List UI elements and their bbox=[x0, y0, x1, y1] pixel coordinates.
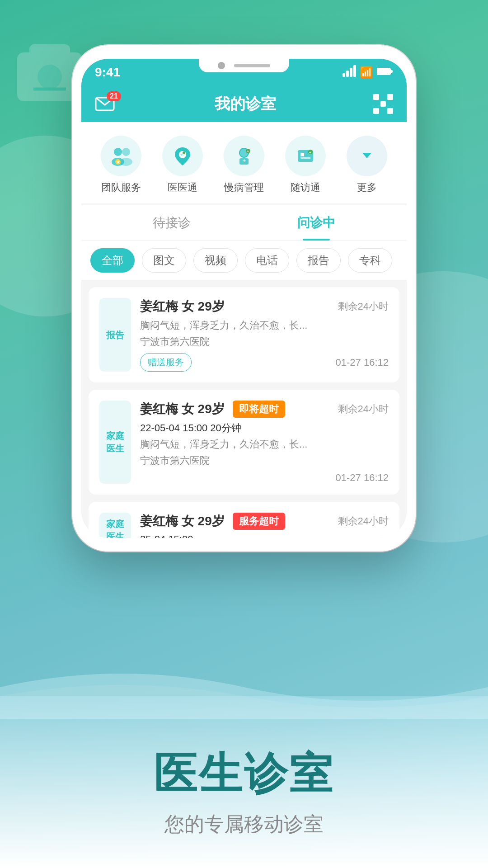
app-header: 21 我的诊室 bbox=[81, 86, 407, 122]
menu-item-chronic[interactable]: + + 慢病管理 bbox=[224, 136, 264, 194]
svg-marker-28 bbox=[362, 153, 371, 158]
patient-name-1: 姜红梅 女 29岁 bbox=[140, 298, 225, 315]
svg-text:+: + bbox=[180, 152, 183, 157]
quick-menu: ★ 团队服务 + 医医通 bbox=[81, 122, 407, 203]
filter-bar: 全部 图文 视频 电话 报告 专科 bbox=[81, 241, 407, 280]
svg-point-11 bbox=[120, 158, 132, 166]
svg-text:+: + bbox=[243, 158, 246, 164]
mail-badge: 21 bbox=[107, 91, 121, 101]
signal-icon bbox=[343, 65, 356, 80]
menu-item-med[interactable]: + 医医通 bbox=[162, 136, 203, 194]
filter-image[interactable]: 图文 bbox=[142, 248, 186, 273]
consult-card-3[interactable]: 家庭 医生 姜红梅 女 29岁 服务超时 bbox=[89, 502, 399, 538]
app-title: 医生诊室 bbox=[154, 745, 334, 804]
filter-video[interactable]: 视频 bbox=[193, 248, 238, 273]
battery-icon bbox=[377, 66, 393, 78]
svg-text:+: + bbox=[247, 149, 249, 154]
svg-rect-1 bbox=[29, 44, 70, 61]
appt-time-3: 25-04 15:00 bbox=[140, 533, 389, 538]
med-label: 医医通 bbox=[168, 181, 197, 194]
card-content-2: 姜红梅 女 29岁 即将超时 剩余24小时 22-05-04 15:00 20分… bbox=[140, 401, 389, 484]
card-time-2: 01-27 16:12 bbox=[336, 472, 389, 484]
consult-card-1[interactable]: 报告 姜红梅 女 29岁 剩余24小时 胸闷气短，浑身乏力，久治不愈，长... … bbox=[89, 287, 399, 382]
filter-report[interactable]: 报告 bbox=[296, 248, 341, 273]
card-content-3: 姜红梅 女 29岁 服务超时 剩余24小时 25-04 15:00 bbox=[140, 513, 389, 538]
time-left-2: 剩余24小时 bbox=[338, 402, 389, 416]
card-desc-2: 胸闷气短，浑身乏力，久治不愈，长... bbox=[140, 438, 389, 451]
appt-time-2: 22-05-04 15:00 20分钟 bbox=[140, 421, 389, 435]
svg-rect-6 bbox=[390, 70, 393, 73]
phone-screen: 9:41 📶 bbox=[81, 59, 407, 538]
svg-rect-24 bbox=[300, 153, 304, 156]
card-type-badge-2: 家庭 医生 bbox=[99, 401, 131, 484]
followup-label: 随访通 bbox=[291, 181, 320, 194]
chronic-icon-wrap: + + bbox=[224, 136, 264, 176]
card-type-badge-1: 报告 bbox=[99, 298, 131, 372]
card-hospital-1: 宁波市第六医院 bbox=[140, 335, 389, 349]
svg-text:+: + bbox=[309, 151, 311, 155]
chronic-label: 慢病管理 bbox=[224, 181, 264, 194]
menu-item-more[interactable]: 更多 bbox=[347, 136, 387, 194]
more-label: 更多 bbox=[357, 181, 377, 194]
svg-rect-5 bbox=[377, 69, 390, 74]
tab-waiting[interactable]: 待接诊 bbox=[139, 205, 204, 241]
phone-mockup: 9:41 📶 bbox=[72, 45, 416, 552]
filter-specialty[interactable]: 专科 bbox=[348, 248, 392, 273]
app-subtitle: 您的专属移动诊室 bbox=[164, 811, 324, 838]
svg-point-2 bbox=[38, 65, 62, 89]
phone-frame: 9:41 📶 bbox=[72, 45, 416, 552]
consult-list: 报告 姜红梅 女 29岁 剩余24小时 胸闷气短，浑身乏力，久治不愈，长... … bbox=[81, 280, 407, 538]
qr-button[interactable] bbox=[373, 94, 393, 114]
filter-all[interactable]: 全部 bbox=[90, 248, 135, 273]
svg-point-15 bbox=[183, 151, 185, 154]
team-icon-wrap: ★ bbox=[101, 136, 141, 176]
svg-point-9 bbox=[122, 148, 130, 156]
mail-button[interactable]: 21 bbox=[95, 95, 117, 113]
patient-name-2: 姜红梅 女 29岁 bbox=[140, 401, 225, 418]
phone-notch bbox=[199, 59, 289, 72]
filter-phone[interactable]: 电话 bbox=[245, 248, 289, 273]
time-left-1: 剩余24小时 bbox=[338, 300, 389, 313]
tab-bar: 待接诊 问诊中 bbox=[81, 205, 407, 241]
card-content-1: 姜红梅 女 29岁 剩余24小时 胸闷气短，浑身乏力，久治不愈，长... 宁波市… bbox=[140, 298, 389, 372]
svg-rect-25 bbox=[300, 157, 310, 159]
card-time-1: 01-27 16:12 bbox=[336, 357, 389, 368]
patient-name-3: 姜红梅 女 29岁 bbox=[140, 513, 225, 530]
service-tag-1: 赠送服务 bbox=[140, 353, 192, 372]
front-camera bbox=[218, 62, 225, 69]
wifi-icon: 📶 bbox=[360, 66, 373, 79]
urgent-badge-3: 服务超时 bbox=[233, 513, 285, 530]
menu-item-team[interactable]: ★ 团队服务 bbox=[101, 136, 141, 194]
svg-text:★: ★ bbox=[116, 160, 121, 165]
status-icons: 📶 bbox=[343, 65, 393, 80]
status-time: 9:41 bbox=[95, 65, 120, 80]
svg-point-8 bbox=[114, 148, 122, 156]
urgent-badge-2: 即将超时 bbox=[233, 401, 285, 418]
consult-card-2[interactable]: 家庭 医生 姜红梅 女 29岁 即将超时 bbox=[89, 390, 399, 495]
card-desc-1: 胸闷气短，浑身乏力，久治不愈，长... bbox=[140, 319, 389, 332]
more-icon-wrap bbox=[347, 136, 387, 176]
bottom-section: 医生诊室 您的专属移动诊室 bbox=[0, 696, 488, 868]
time-left-3: 剩余24小时 bbox=[338, 514, 389, 528]
header-title: 我的诊室 bbox=[215, 94, 276, 114]
card-hospital-2: 宁波市第六医院 bbox=[140, 454, 389, 467]
card-type-badge-3: 家庭 医生 bbox=[99, 513, 131, 538]
menu-item-followup[interactable]: + 随访通 bbox=[285, 136, 326, 194]
speaker bbox=[234, 64, 270, 67]
followup-icon-wrap: + bbox=[285, 136, 326, 176]
tab-consulting[interactable]: 问诊中 bbox=[284, 205, 349, 241]
team-label: 团队服务 bbox=[101, 181, 141, 194]
med-icon-wrap: + bbox=[162, 136, 203, 176]
